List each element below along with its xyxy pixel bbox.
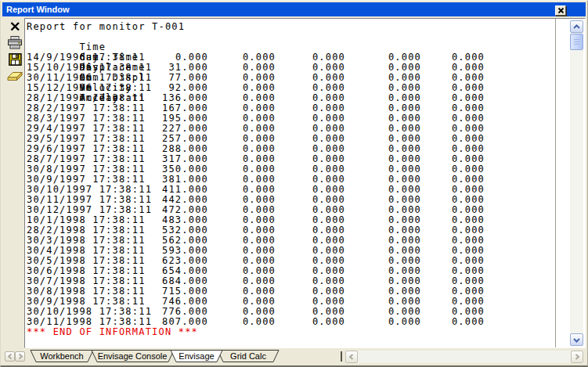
- window-title: Report Window: [6, 5, 70, 14]
- chevron-right-icon: [574, 353, 580, 361]
- horizontal-scrollbar[interactable]: [345, 351, 583, 363]
- report-cell-acceleration: 0.000: [421, 317, 485, 327]
- vertical-scrollbar[interactable]: [570, 20, 583, 346]
- tab-label: Workbench: [40, 351, 83, 361]
- chevron-right-icon: [17, 353, 23, 360]
- panel-divider: [555, 19, 556, 347]
- tab-label: Grid Calc: [230, 351, 266, 361]
- report-table-body: 14/9/1996 17:38:110.0000.0000.0000.0000.…: [27, 52, 528, 327]
- tab-label: Envisage: [179, 351, 214, 361]
- report-cell-cum_displ: 0.000: [276, 317, 345, 327]
- bottom-bar: Workbench Envisage Console Grid Calc Env…: [3, 350, 585, 364]
- chevron-left-icon: [348, 353, 355, 361]
- sheet-tabs: Workbench Envisage Console Grid Calc Env…: [30, 350, 282, 363]
- report-cell-displacement: 0.000: [208, 317, 276, 327]
- printer-icon: [7, 36, 23, 49]
- floppy-disk-icon: [9, 53, 22, 66]
- end-of-information-line: *** END OF INFORMATION ***: [27, 327, 528, 337]
- tab-label: Envisage Console: [98, 351, 168, 361]
- report-cell-velocity: 0.000: [345, 317, 421, 327]
- tab-envisage-console[interactable]: Envisage Console: [92, 351, 174, 362]
- tab-envisage-active[interactable]: Envisage: [171, 351, 222, 362]
- report-header-row: Time Cum. Time Displaceme Cum. Displ Vel…: [27, 32, 528, 42]
- print-report-button[interactable]: [5, 35, 24, 50]
- chevron-up-icon: [572, 23, 581, 31]
- x-icon: [9, 21, 21, 32]
- tab-scroll-right-button[interactable]: [15, 351, 25, 362]
- save-report-button[interactable]: [5, 52, 24, 67]
- vertical-scroll-thumb[interactable]: [570, 34, 583, 50]
- scroll-left-button[interactable]: [345, 351, 358, 363]
- chevron-left-icon: [7, 353, 13, 360]
- eraser-icon: [7, 70, 23, 81]
- scroll-right-button[interactable]: [571, 351, 583, 363]
- title-bar[interactable]: Report Window: [2, 2, 586, 16]
- close-report-button[interactable]: [5, 19, 24, 34]
- erase-report-button[interactable]: [5, 68, 24, 83]
- tab-workbench[interactable]: Workbench: [31, 351, 93, 362]
- report-toolbar: [3, 17, 25, 348]
- report-text-panel[interactable]: Report for monitor T-001 Time Cum. Time …: [24, 18, 586, 348]
- tab-scroll-left-button[interactable]: [5, 351, 15, 362]
- report-window: Report Window: [0, 0, 588, 367]
- scroll-down-button[interactable]: [570, 333, 583, 346]
- scroll-thumb-grip: [574, 39, 579, 46]
- report-title-line: Report for monitor T-001: [27, 22, 528, 32]
- tab-grid-calc[interactable]: Grid Calc: [218, 351, 279, 362]
- chevron-down-icon: [572, 336, 581, 344]
- close-icon: [557, 7, 565, 14]
- report-content: Report for monitor T-001 Time Cum. Time …: [27, 22, 528, 337]
- window-close-button[interactable]: [555, 5, 566, 16]
- scroll-up-button[interactable]: [570, 20, 583, 33]
- tab-area-splitter[interactable]: [341, 351, 342, 362]
